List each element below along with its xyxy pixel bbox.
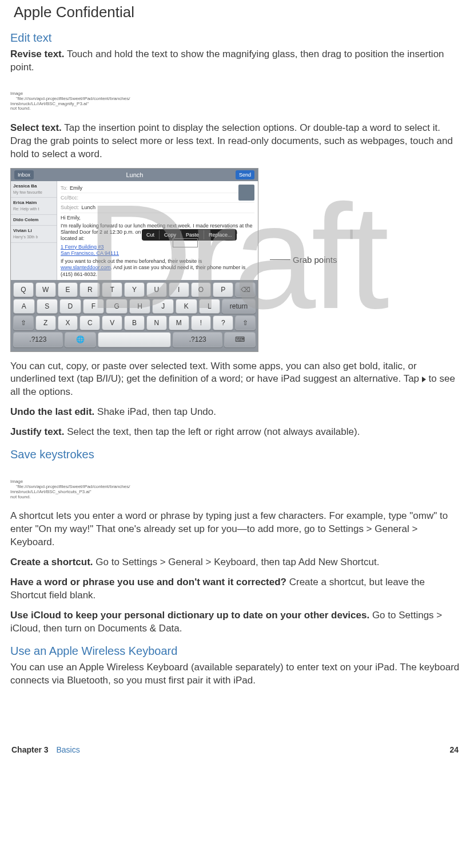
missing-image-magnify: Image "file:///svn/apd-projectfiles/Swee… (10, 91, 159, 111)
key-d[interactable]: D (59, 299, 81, 314)
chapter-title: Basics (56, 745, 79, 754)
page-number: 24 (449, 745, 459, 755)
sender-name: Jessica Ba (13, 183, 54, 190)
key-p[interactable]: P (213, 282, 233, 297)
figure-caption: Grab points (293, 254, 337, 266)
para-wireless: You can use an Apple Wireless Keyboard (… (10, 661, 460, 687)
justify-text: Select the text, then tap the left or ri… (64, 426, 360, 437)
para-undo: Undo the last edit. Shake iPad, then tap… (10, 406, 460, 419)
body-text: If you want to check out the menu before… (61, 258, 202, 264)
para-create-shortcut: Create a shortcut. Go to Settings > Gene… (10, 556, 460, 569)
page-footer: Chapter 3 Basics 24 (10, 745, 460, 755)
key-e[interactable]: E (58, 282, 78, 297)
grab-points-indicator (173, 238, 198, 247)
key-shift[interactable]: ⇧ (13, 315, 34, 330)
chapter-number: Chapter 3 (11, 745, 49, 754)
onscreen-keyboard: Q W E R T Y U I O P ⌫ A S D F G (11, 280, 258, 351)
para-shortcut-intro: A shortcut lets you enter a word or phra… (10, 510, 460, 549)
select-label: Select text. (10, 122, 62, 133)
greeting: Hi Emily, (61, 215, 254, 221)
key-return[interactable]: return (222, 299, 256, 314)
key-m[interactable]: M (169, 315, 189, 330)
address-link[interactable]: San Francisco, CA 94111 (61, 250, 119, 256)
key-b[interactable]: B (124, 315, 145, 330)
confidential-header: Apple Confidential (14, 2, 460, 22)
revise-label: Revise text. (10, 49, 65, 59)
undo-label: Undo the last edit. (10, 406, 94, 417)
missing-line: not found. (10, 106, 159, 111)
list-item[interactable]: Dido Colem (11, 215, 57, 226)
missing-line: not found. (10, 495, 159, 500)
key-backspace[interactable]: ⌫ (235, 282, 256, 297)
para-icloud: Use iCloud to keep your personal diction… (10, 609, 460, 635)
key-quest[interactable]: ? (213, 315, 233, 330)
compose-title: Lunch (126, 171, 144, 179)
para-options: You can cut, copy, or paste over selecte… (10, 360, 460, 399)
callout-line (270, 259, 290, 260)
sender-name: Erica Haim (13, 200, 54, 206)
key-k[interactable]: K (176, 299, 197, 314)
section-edit-text: Edit text (10, 30, 460, 46)
compose-pane: To:Emily Cc/Bcc: Subject:Lunch Hi Emily,… (57, 181, 258, 280)
preview-text: Re: Help with t (13, 206, 54, 211)
revise-text: Touch and hold the text to show the magn… (10, 49, 444, 73)
key-excl[interactable]: ! (191, 315, 212, 330)
cc-label: Cc/Bcc: (61, 195, 78, 201)
para-select: Select text. Tap the insertion point to … (10, 122, 460, 161)
key-t[interactable]: T (102, 282, 122, 297)
list-item[interactable]: Jessica Ba My few favourite (11, 181, 57, 198)
create-label: Create a shortcut. (10, 557, 93, 567)
key-u[interactable]: U (146, 282, 167, 297)
key-shift[interactable]: ⇧ (235, 315, 256, 330)
subject-label: Subject: (61, 205, 79, 210)
key-l[interactable]: L (199, 299, 221, 314)
ipad-screenshot: Inbox Lunch Send Jessica Ba My few favou… (10, 168, 258, 352)
key-q[interactable]: Q (13, 282, 34, 297)
address-link[interactable]: 1 Ferry Building #3 (61, 244, 104, 250)
key-h[interactable]: H (129, 299, 151, 314)
to-label: To: (61, 185, 67, 191)
section-wireless-keyboard: Use an Apple Wireless Keyboard (10, 643, 460, 659)
subject-field[interactable]: Lunch (82, 205, 96, 210)
key-globe[interactable]: 🌐 (65, 332, 96, 347)
key-n[interactable]: N (146, 315, 167, 330)
para-justify: Justify text. Select the text, then tap … (10, 426, 460, 439)
cut-button[interactable]: Cut (142, 230, 160, 239)
key-z[interactable]: Z (35, 315, 56, 330)
key-a[interactable]: A (13, 299, 35, 314)
key-y[interactable]: Y (124, 282, 145, 297)
para-revise: Revise text. Touch and hold the text to … (10, 48, 460, 74)
key-r[interactable]: R (79, 282, 100, 297)
sender-name: Dido Colem (13, 217, 54, 223)
key-numeric[interactable]: .?123 (13, 332, 63, 347)
list-item[interactable]: Vivian Li Harry's 30th b (11, 226, 57, 242)
key-j[interactable]: J (152, 299, 174, 314)
list-item[interactable]: Erica Haim Re: Help with t (11, 198, 57, 214)
key-f[interactable]: F (83, 299, 105, 314)
preview-text: Harry's 30th b (13, 234, 54, 239)
key-numeric[interactable]: .?123 (173, 332, 222, 347)
send-button[interactable]: Send (236, 170, 254, 179)
key-c[interactable]: C (79, 315, 100, 330)
nav-back-button[interactable]: Inbox (14, 170, 34, 179)
to-field[interactable]: Emily (70, 185, 82, 191)
website-link[interactable]: www.slanteddoor.com (61, 265, 111, 270)
icloud-label: Use iCloud to keep your personal diction… (10, 610, 369, 621)
replace-button[interactable]: Replace... (204, 230, 237, 239)
key-hide-keyboard[interactable]: ⌨ (224, 332, 256, 347)
key-o[interactable]: O (191, 282, 212, 297)
key-i[interactable]: I (169, 282, 189, 297)
key-space[interactable] (98, 332, 172, 347)
undo-text: Shake iPad, then tap Undo. (94, 406, 216, 417)
section-save-keystrokes: Save keystrokes (10, 447, 460, 462)
justify-label: Justify text. (10, 426, 64, 437)
key-g[interactable]: G (106, 299, 128, 314)
key-w[interactable]: W (35, 282, 56, 297)
key-v[interactable]: V (102, 315, 122, 330)
create-text: Go to Settings > General > Keyboard, the… (93, 557, 380, 567)
key-s[interactable]: S (37, 299, 58, 314)
sender-name: Vivian Li (13, 228, 54, 234)
missing-line: Innsbruck/LL//Art/BSC_magnify_P3.ai" (10, 102, 159, 107)
key-x[interactable]: X (58, 315, 78, 330)
preview-text: My few favourite (13, 190, 54, 195)
